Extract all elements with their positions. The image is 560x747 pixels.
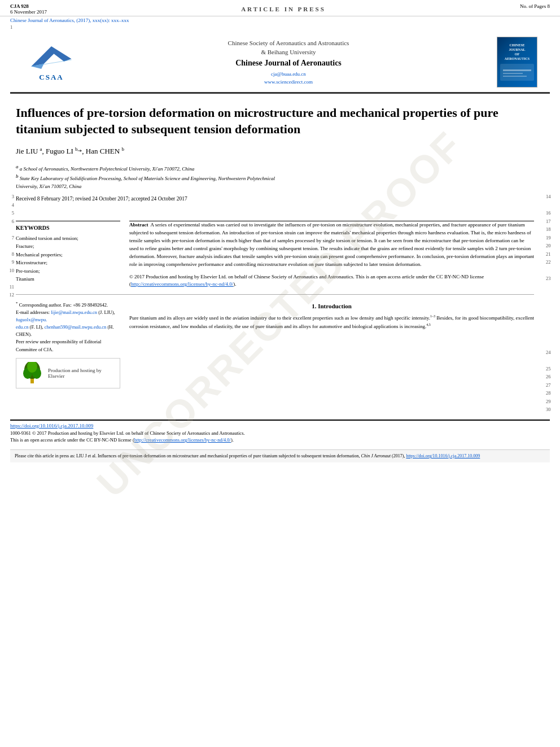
keyword-3: Mechanical properties; [16,251,120,259]
line-num-blank2 [0,242,16,250]
footer-cc-link[interactable]: http://creativecommons.org/licenses/by-n… [134,437,231,443]
author-b2-sup: b [121,146,124,152]
journal-link[interactable]: Chinese Journal of Aeronautics, (2017), … [10,18,129,23]
corresponding-author-section: * Corresponding author. Fax: +86 29 8849… [16,300,120,388]
svg-rect-3 [503,69,531,71]
bottom-section: * Corresponding author. Fax: +86 29 8849… [16,300,534,388]
cover-title: CHINESE [509,43,524,48]
line-num-blank1 [0,225,16,234]
peer-review-note: Peer review under responsibility of Edit… [16,338,120,353]
abstract-text: A series of experimental studies was car… [129,222,534,267]
ref-4-5: 4,5 [426,323,431,326]
abstract-label: Abstract [129,222,148,228]
keyword-2: Fracture; [16,242,120,250]
cover-title3: OF [515,53,519,57]
keyword-1: Combined torsion and tension; [16,234,120,242]
journal-website[interactable]: www.sciencedirect.com [264,79,313,85]
journal-links: cja@buaa.edu.cn www.sciencedirect.com [88,70,489,86]
copyright-link[interactable]: http://creativecommons.org/licenses/by-n… [131,281,233,287]
affiliation-2: State Key Laboratory of Solidification P… [20,176,275,181]
publication-date: 6 November 2017 [10,9,47,15]
affil-b-sup: b [16,173,19,179]
abstract-column: Abstract A series of experimental studie… [129,221,534,289]
cja-id: CJA 928 [10,3,47,9]
cite-text: Please cite this article in press as: LI… [15,453,361,458]
main-content: Influences of pre-torsion deformation on… [16,94,544,414]
cover-graphic [503,65,531,79]
footer-line2: This is an open access article under the… [10,437,234,443]
journal-cover-image-area: CHINESE JOURNAL OF AERONAUTICS [495,37,540,88]
cite-journal: Chin J Aeronaut [361,453,391,458]
footer-copyright: 1000-9361 © 2017 Production and hosting … [10,430,550,444]
keywords-column: KEYWORDS Combined torsion and tension; F… [16,221,120,289]
article-title: Influences of pre-torsion deformation on… [16,105,534,137]
keywords-abstract-section: KEYWORDS Combined torsion and tension; F… [16,221,534,289]
journal-name: Chinese Journal of Aeronautics [88,59,489,68]
keywords-title: KEYWORDS [16,225,120,231]
line-num-7: 7 [0,234,16,242]
csaa-logo: CSAA [26,42,77,82]
csaa-text: CSAA [39,73,63,82]
line-num-10: 10 [0,267,16,275]
author-star: * [79,148,82,155]
doi-link: https://doi.org/10.1016/j.cja.2017.10.00… [10,423,550,429]
cover-title2: JOURNAL [509,48,525,53]
section-divider [16,294,534,295]
journal-email[interactable]: cja@buaa.edu.cn [271,71,306,77]
ref-1-3: 1–3 [430,314,435,318]
elsevier-journal-cover: CHINESE JOURNAL OF AERONAUTICS [497,37,537,88]
corr-emails: E-mail addresses: lijie@mail.nwpu.edu.cn… [16,309,120,339]
elsevier-production-text: Production and hosting by Elsevier [48,368,115,379]
article-title-section: Influences of pre-torsion deformation on… [16,94,534,216]
journal-society: Chinese Society of Aeronautics and Astro… [88,38,489,57]
author-a-sup: a [40,146,42,152]
cite-year: (2017), [391,453,406,458]
affiliations: a a School of Aeronautics, Northwestern … [16,163,534,191]
line-num-12: 12 [0,291,16,299]
elsevier-logo-box: Production and hosting by Elsevier [16,358,120,388]
keywords-list: Combined torsion and tension; Fracture; … [16,234,120,283]
keyword-6: Titanium [16,275,120,283]
line-num-4: 4 [0,201,16,209]
email-liu[interactable]: lijie@mail.nwpu.edu.cn [51,309,97,315]
cite-doi-link[interactable]: https://doi.org/10.1016/j.cja.2017.10.00… [406,453,480,458]
email-li[interactable]: fuguolx@nwpu. [16,317,47,322]
citation-box: Please cite this article in press as: LI… [10,449,550,462]
affiliation-1: a School of Aeronautics, Northwestern Po… [20,166,194,172]
top-bar-left: CJA 928 6 November 2017 [10,3,47,15]
journal-center: Chinese Society of Aeronautics and Astro… [82,38,495,86]
line-num-8: 8 [0,250,16,259]
line-num-blank3 [0,274,16,283]
footer-line1: 1000-9361 © 2017 Production and hosting … [10,430,245,436]
abstract-copyright: © 2017 Production and hosting by Elsevie… [129,273,534,289]
article-in-press-label: ARTICLE IN PRESS [241,6,326,12]
abstract-section: Abstract A series of experimental studie… [129,221,534,289]
line-num-5: 5 [0,209,16,217]
email-chen[interactable]: chenhan590@mail.nwpu.edu.cn [45,324,107,330]
corresponding-author-info: * Corresponding author. Fax: +86 29 8849… [16,300,120,353]
csaa-plane-icon [29,43,74,72]
doi-anchor[interactable]: https://doi.org/10.1016/j.cja.2017.10.00… [10,423,93,429]
line-numbers-column: 3 4 5 6 7 8 9 10 11 12 [0,94,16,414]
cover-title4: AERONAUTICS [505,57,530,62]
affiliation-2b: University, Xi'an 710072, China [16,184,81,189]
svg-rect-5 [503,76,527,77]
author-b-sup: b, [75,146,79,152]
line-num-11: 11 [0,283,16,291]
csaa-logo-area: CSAA [20,42,82,82]
top-bar: CJA 928 6 November 2017 ARTICLE IN PRESS… [0,0,560,16]
pages-count: No. of Pages 8 [520,3,550,9]
line-num-6: 6 [0,217,16,226]
email-li2[interactable]: edu.cn [16,324,28,330]
intro-text-1: Pure titanium and its alloys are widely … [129,315,430,321]
article-authors: Jie LIU a, Fuguo LI b,*, Han CHEN b [16,146,534,156]
svg-rect-4 [503,73,523,74]
received-line: Received 8 February 2017; revised 24 Oct… [16,196,534,204]
right-line-numbers: 14 16 17 18 19 20 21 22 23 24 25 26 27 2… [544,94,560,414]
introduction-title: 1. Introduction [129,303,534,309]
line-num-3: 3 [0,193,16,201]
keyword-4: Microstructure; [16,259,120,267]
journal-citation-line: Chinese Journal of Aeronautics, (2017), … [0,16,560,24]
introduction-section: 1. Introduction Pure titanium and its al… [129,300,534,388]
footer: https://doi.org/10.1016/j.cja.2017.10.00… [10,420,550,447]
